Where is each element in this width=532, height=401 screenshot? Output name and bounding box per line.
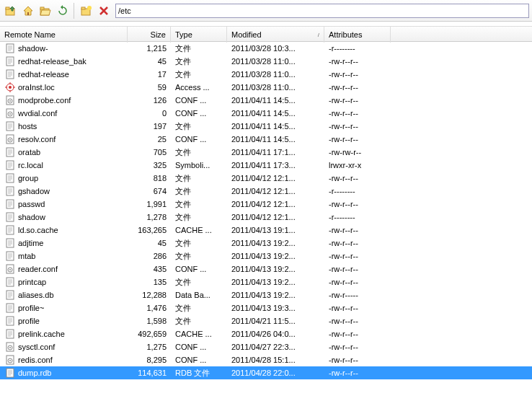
file-type-cell: RDB 文件 xyxy=(171,366,227,379)
file-type-cell: CACHE ... xyxy=(171,224,227,237)
file-row[interactable]: redhat-release17文件2011/03/28 11:0...-rw-… xyxy=(0,68,532,81)
file-type-cell: CONF ... xyxy=(171,353,227,366)
file-attr-cell: -rw-r--r-- xyxy=(324,133,391,146)
file-row[interactable]: oraInst.loc59Access ...2011/03/28 11:0..… xyxy=(0,81,532,94)
file-name: oratab xyxy=(18,148,40,157)
file-row[interactable]: aliases.db12,288Data Ba...2011/04/13 19:… xyxy=(0,288,532,301)
file-type-icon xyxy=(4,328,16,340)
file-row[interactable]: rc.local325Symboli...2011/04/11 17:3...l… xyxy=(0,159,532,172)
file-attr-cell: -r-------- xyxy=(324,42,391,55)
file-row[interactable]: profile~1,476文件2011/04/13 19:3...-rw-r--… xyxy=(0,301,532,314)
column-label: Size xyxy=(151,30,166,39)
file-type-cell: 文件 xyxy=(171,185,227,198)
file-modified-cell: 2011/04/21 11:5... xyxy=(227,314,324,327)
file-name-cell: wvdial.conf xyxy=(0,107,128,120)
file-row[interactable]: hosts197文件2011/04/11 14:5...-rw-r--r-- xyxy=(0,120,532,133)
file-list[interactable]: shadow-1,215文件2011/03/28 10:3...-r------… xyxy=(0,42,532,379)
file-row[interactable]: passwd1,991文件2011/04/12 12:1...-rw-r--r-… xyxy=(0,198,532,211)
file-name-cell: passwd xyxy=(0,198,128,211)
file-attr-cell: -rw-r--r-- xyxy=(324,301,391,314)
column-header-type[interactable]: Type xyxy=(171,27,227,43)
svg-point-42 xyxy=(9,347,11,348)
svg-rect-39 xyxy=(6,330,14,338)
file-row[interactable]: redis.conf8,295CONF ...2011/04/28 15:1..… xyxy=(0,353,532,366)
file-row[interactable]: shadow-1,215文件2011/03/28 10:3...-r------… xyxy=(0,42,532,55)
file-row[interactable]: sysctl.conf1,275CONF ...2011/04/27 22:3.… xyxy=(0,340,532,353)
file-name-cell: resolv.conf xyxy=(0,133,128,146)
file-type-icon xyxy=(4,237,16,249)
file-row[interactable]: redhat-release_bak45文件2011/03/28 11:0...… xyxy=(0,55,532,68)
file-modified-cell: 2011/04/12 12:1... xyxy=(227,172,324,185)
file-type-icon xyxy=(4,69,16,80)
file-row[interactable]: shadow1,278文件2011/04/12 12:1...-r-------… xyxy=(0,211,532,224)
file-modified-cell: 2011/04/13 19:1... xyxy=(227,224,324,237)
file-row[interactable]: ld.so.cache163,265CACHE ...2011/04/13 19… xyxy=(0,224,532,237)
file-row[interactable]: profile1,598文件2011/04/21 11:5...-rw-r--r… xyxy=(0,314,532,327)
file-modified-cell: 2011/04/11 17:3... xyxy=(227,159,324,172)
file-name: printcap xyxy=(18,278,46,286)
file-row[interactable]: dump.rdb114,631RDB 文件2011/04/28 22:0...-… xyxy=(0,366,532,379)
file-modified-cell: 2011/04/13 19:2... xyxy=(227,250,324,263)
file-modified-cell: 2011/04/11 14:5... xyxy=(227,107,324,120)
file-type-icon xyxy=(4,276,16,288)
file-attr-cell: -rw-r--r-- xyxy=(324,94,391,107)
file-type-icon xyxy=(4,172,16,184)
file-size-cell: 135 xyxy=(128,276,171,288)
file-type-cell: CONF ... xyxy=(171,94,227,107)
refresh-icon xyxy=(57,5,68,17)
home-button[interactable] xyxy=(20,3,36,19)
file-size-cell: 492,659 xyxy=(128,327,171,340)
open-folder-button[interactable] xyxy=(37,3,53,19)
file-type-cell: 文件 xyxy=(171,237,227,250)
file-name-cell: shadow- xyxy=(0,42,128,55)
file-row[interactable]: printcap135文件2011/04/13 19:2...-rw-r--r-… xyxy=(0,276,532,288)
file-row[interactable]: resolv.conf25CONF ...2011/04/11 14:5...-… xyxy=(0,133,532,146)
file-name-cell: group xyxy=(0,172,128,185)
file-type-cell: 文件 xyxy=(171,211,227,224)
file-type-icon xyxy=(4,367,16,379)
file-row[interactable]: wvdial.conf0CONF ...2011/04/11 14:5...-r… xyxy=(0,107,532,120)
file-type-cell: CONF ... xyxy=(171,340,227,353)
file-modified-cell: 2011/04/11 14:5... xyxy=(227,133,324,146)
path-input[interactable] xyxy=(115,4,529,18)
file-row[interactable]: reader.conf435CONF ...2011/04/13 19:2...… xyxy=(0,263,532,276)
file-type-icon xyxy=(4,289,16,301)
svg-rect-30 xyxy=(6,239,14,247)
file-row[interactable]: mtab286文件2011/04/13 19:2...-rw-r--r-- xyxy=(0,250,532,263)
file-row[interactable]: adjtime45文件2011/04/13 19:2...-rw-r--r-- xyxy=(0,237,532,250)
file-name: modprobe.conf xyxy=(18,96,71,105)
column-header-modified[interactable]: Modified/ xyxy=(227,27,324,43)
refresh-button[interactable] xyxy=(55,3,71,19)
file-attr-cell: -rw-r--r-- xyxy=(324,55,391,68)
parent-dir-button[interactable] xyxy=(3,3,19,19)
file-name: redhat-release xyxy=(18,70,69,79)
svg-rect-6 xyxy=(81,7,85,9)
file-attr-cell: -rw-rw-r-- xyxy=(324,146,391,159)
column-header-size[interactable]: Size xyxy=(128,27,171,43)
file-row[interactable]: modprobe.conf126CONF ...2011/04/11 14:5.… xyxy=(0,94,532,107)
file-row[interactable]: prelink.cache492,659CACHE ...2011/04/26 … xyxy=(0,327,532,340)
file-name-cell: oratab xyxy=(0,146,128,159)
file-name: aliases.db xyxy=(18,291,54,299)
file-type-cell: Data Ba... xyxy=(171,288,227,301)
svg-rect-10 xyxy=(6,70,14,79)
file-row[interactable]: oratab705文件2011/04/11 17:1...-rw-rw-r-- xyxy=(0,146,532,159)
file-row[interactable]: gshadow674文件2011/04/12 12:1...-r-------- xyxy=(0,185,532,198)
file-attr-cell: -r-------- xyxy=(324,185,391,198)
column-header-attributes[interactable]: Attributes xyxy=(324,27,391,43)
svg-rect-24 xyxy=(6,161,14,169)
svg-rect-31 xyxy=(6,252,14,260)
new-folder-button[interactable] xyxy=(79,3,94,19)
file-type-icon xyxy=(4,133,16,145)
file-name-cell: gshadow xyxy=(0,185,128,198)
file-name: passwd xyxy=(18,200,45,208)
delete-button[interactable] xyxy=(96,3,112,19)
file-size-cell: 1,215 xyxy=(128,42,171,55)
svg-point-7 xyxy=(87,6,92,10)
column-header-name[interactable]: Remote Name xyxy=(0,27,128,43)
file-row[interactable]: group818文件2011/04/12 12:1...-rw-r--r-- xyxy=(0,172,532,185)
file-size-cell: 1,476 xyxy=(128,301,171,314)
file-name-cell: profile xyxy=(0,314,128,327)
file-type-cell: 文件 xyxy=(171,42,227,55)
file-modified-cell: 2011/04/12 12:1... xyxy=(227,185,324,198)
